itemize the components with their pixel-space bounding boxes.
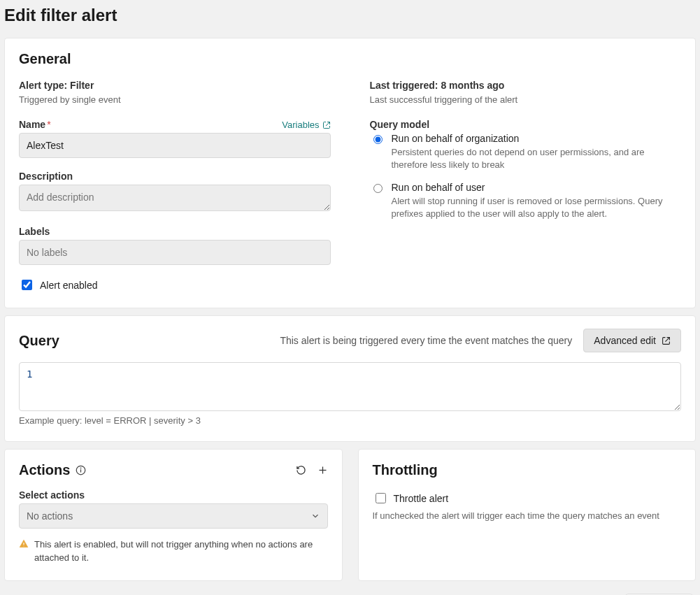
general-heading: General: [19, 51, 681, 67]
popout-icon: [662, 336, 671, 345]
advanced-edit-label: Advanced edit: [594, 335, 656, 346]
labels-input[interactable]: [19, 240, 331, 265]
svg-point-2: [81, 468, 82, 468]
advanced-edit-button[interactable]: Advanced edit: [583, 329, 681, 352]
refresh-icon[interactable]: [296, 465, 306, 475]
query-note: This alert is being triggered every time…: [59, 335, 572, 346]
page-title: Edit filter alert: [4, 6, 700, 25]
required-indicator: *: [47, 119, 50, 130]
warning-icon: [19, 539, 29, 549]
throttling-card: Throttling Throttle alert If unchecked t…: [358, 449, 697, 581]
description-input[interactable]: [19, 185, 331, 211]
alert-type-sublabel: Triggered by single event: [19, 94, 121, 105]
query-example-hint: Example query: level = ERROR | severity …: [19, 415, 681, 426]
query-card: Query This alert is being triggered ever…: [4, 315, 696, 442]
variables-link-text: Variables: [282, 120, 319, 130]
query-model-user-label: Run on behalf of user: [392, 182, 682, 193]
query-model-user-sub: Alert will stop running if user is remov…: [392, 195, 682, 220]
name-input[interactable]: [19, 133, 331, 158]
query-model-org-radio[interactable]: [373, 134, 383, 145]
variables-link[interactable]: Variables: [282, 120, 330, 130]
alert-enabled-checkbox[interactable]: [22, 280, 32, 290]
last-triggered-sublabel: Last successful triggering of the alert: [370, 94, 518, 105]
plus-icon[interactable]: [317, 465, 328, 475]
svg-point-6: [23, 546, 24, 547]
query-model-org-label: Run on behalf of organization: [392, 133, 682, 144]
chevron-down-icon: [310, 511, 320, 521]
query-model-user-radio[interactable]: [373, 183, 383, 194]
labels-label: Labels: [19, 226, 331, 237]
actions-select-value: No actions: [27, 510, 73, 522]
alert-type-label: Alert type: Filter: [19, 80, 331, 91]
alert-enabled-label: Alert enabled: [40, 280, 98, 291]
select-actions-label: Select actions: [19, 489, 328, 501]
name-label: Name: [19, 119, 45, 130]
throttling-sublabel: If unchecked the alert will trigger each…: [373, 510, 682, 522]
throttle-alert-checkbox[interactable]: [376, 493, 386, 503]
throttling-heading: Throttling: [373, 462, 682, 478]
query-input[interactable]: 1: [19, 362, 681, 411]
query-model-org-sub: Persistent queries do not depend on user…: [392, 146, 682, 171]
popout-icon: [322, 121, 331, 129]
actions-heading: Actions: [19, 462, 70, 478]
actions-card: Actions Select actions No actions: [4, 449, 343, 581]
info-icon[interactable]: [76, 465, 86, 475]
general-card: General Alert type: Filter Triggered by …: [4, 38, 696, 308]
query-heading: Query: [19, 333, 59, 349]
query-model-label: Query model: [370, 119, 682, 130]
actions-warning-text: This alert is enabled, but will not trig…: [34, 538, 328, 565]
actions-select[interactable]: No actions: [19, 503, 328, 529]
last-triggered-label: Last triggered: 8 months ago: [370, 80, 682, 91]
throttle-alert-label: Throttle alert: [394, 493, 449, 504]
description-label: Description: [19, 171, 331, 182]
